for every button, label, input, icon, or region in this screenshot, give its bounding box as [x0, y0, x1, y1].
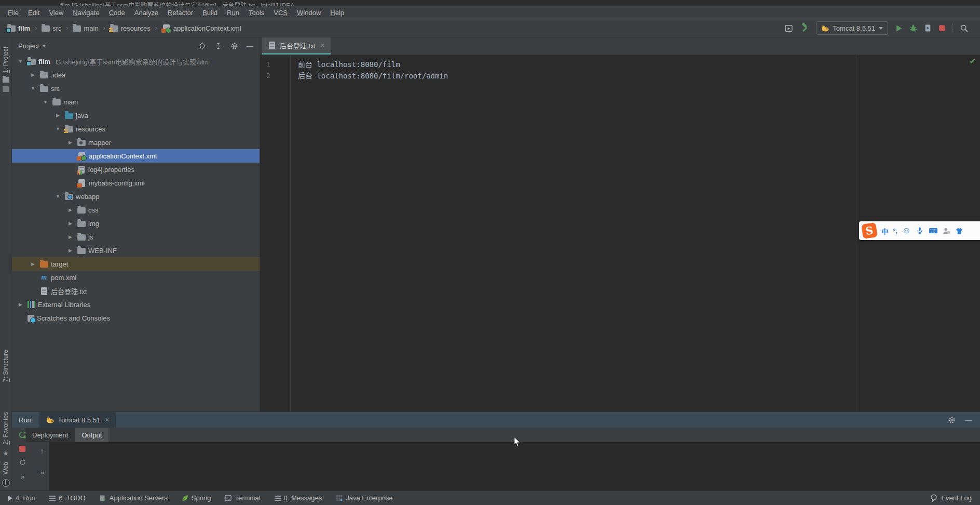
menu-refactor[interactable]: Refactor — [163, 9, 198, 17]
tree-item-scratches[interactable]: Scratches and Consoles — [12, 311, 260, 325]
close-icon[interactable]: × — [105, 416, 109, 424]
chevron-collapsed-icon[interactable] — [16, 302, 25, 307]
sogou-logo-icon[interactable]: S — [861, 222, 878, 239]
skin-shirt-icon[interactable] — [955, 227, 963, 235]
tree-item-pom-xml[interactable]: pom.xml — [12, 271, 260, 284]
chevron-collapsed-icon[interactable] — [66, 207, 75, 212]
menu-navigate[interactable]: Navigate — [68, 9, 104, 17]
tree-item-css[interactable]: css — [12, 203, 260, 217]
editor-tab-houtai-denglu[interactable]: 后台登陆.txt × — [262, 37, 331, 55]
statusbar-event-log[interactable]: Event Log — [930, 494, 972, 502]
run-configuration-select[interactable]: Tomcat 8.5.51 — [816, 21, 888, 35]
gear-icon[interactable] — [948, 416, 956, 424]
tool-button-project[interactable]: 1: Project — [2, 47, 9, 73]
search-everywhere-icon[interactable] — [960, 24, 969, 33]
up-arrow-icon[interactable]: ↑ — [40, 446, 44, 455]
menu-view[interactable]: View — [44, 9, 68, 17]
tree-item-java[interactable]: java — [12, 109, 260, 122]
chevron-expanded-icon[interactable] — [29, 86, 37, 91]
close-icon[interactable]: × — [320, 41, 324, 49]
chevron-expanded-icon[interactable] — [16, 59, 25, 64]
tool-button-favorites[interactable]: 2: Favorites — [2, 412, 9, 445]
chevron-expanded-icon[interactable] — [53, 126, 62, 131]
tree-item-src[interactable]: src — [12, 82, 260, 95]
restart-icon[interactable] — [19, 459, 26, 466]
chevron-expanded-icon[interactable] — [53, 194, 62, 199]
tree-item-js[interactable]: js — [12, 230, 260, 244]
tree-item-target[interactable]: target — [12, 257, 260, 271]
tool-window-icon[interactable] — [3, 86, 9, 92]
chevron-down-icon[interactable] — [42, 45, 46, 47]
hide-panel-icon[interactable]: — — [247, 42, 253, 50]
keyboard-icon[interactable] — [929, 227, 938, 234]
statusbar-application-servers[interactable]: Application Servers — [100, 494, 168, 502]
editor-code[interactable]: 前台 localhost:8080/film后台 localhost:8080/… — [291, 55, 448, 411]
menu-code[interactable]: Code — [104, 9, 130, 17]
statusbar-todo[interactable]: 6: TODO — [49, 494, 86, 502]
tree-item-webapp[interactable]: webapp — [12, 190, 260, 203]
inspections-ok-icon[interactable]: ✔ — [969, 57, 976, 66]
chevron-collapsed-icon[interactable] — [29, 261, 37, 267]
statusbar-terminal[interactable]: Terminal — [225, 494, 260, 502]
breadcrumb-film[interactable]: film — [6, 24, 31, 32]
menu-tools[interactable]: Tools — [244, 9, 269, 17]
tree-item-houtai-denglu-txt[interactable]: 后台登陆.txt — [12, 284, 260, 298]
menu-edit[interactable]: Edit — [23, 9, 44, 17]
statusbar-java-enterprise[interactable]: Java Enterprise — [336, 494, 392, 502]
breadcrumb-resources[interactable]: resources — [109, 24, 152, 32]
tree-item-log4j-properties[interactable]: log4j.properties — [12, 163, 260, 176]
tab-output[interactable]: Output — [75, 428, 108, 442]
statusbar-run[interactable]: 4: Run — [8, 494, 35, 502]
menu-build[interactable]: Build — [198, 9, 222, 17]
microphone-icon[interactable] — [916, 227, 924, 235]
tree-item-mybatis-config-xml[interactable]: mybatis-config.xml — [12, 176, 260, 190]
rerun-server-icon[interactable] — [18, 431, 26, 439]
menu-analyze[interactable]: Analyze — [130, 9, 163, 17]
tree-item-img[interactable]: img — [12, 217, 260, 230]
chevron-collapsed-icon[interactable] — [66, 248, 75, 253]
chevron-collapsed-icon[interactable] — [66, 221, 75, 226]
stop-server-icon[interactable] — [19, 446, 25, 452]
project-panel-title[interactable]: Project — [18, 42, 39, 50]
tool-button-structure[interactable]: 7: Structure — [2, 350, 9, 382]
tree-item-external-libraries[interactable]: External Libraries — [12, 298, 260, 311]
tree-item-web-inf[interactable]: WEB-INF — [12, 244, 260, 257]
debug-button[interactable] — [909, 24, 917, 32]
menu-file[interactable]: File — [3, 9, 23, 17]
chevron-collapsed-icon[interactable] — [53, 113, 62, 118]
ime-punctuation[interactable]: °, — [893, 227, 897, 235]
statusbar-messages[interactable]: 0: Messages — [275, 494, 322, 502]
tool-windows-icon[interactable] — [784, 24, 793, 33]
chevron-collapsed-icon[interactable] — [66, 140, 75, 145]
tree-item-idea[interactable]: .idea — [12, 68, 260, 82]
run-tab-tomcat[interactable]: Tomcat 8.5.51 × — [39, 412, 116, 428]
run-button[interactable] — [895, 24, 903, 32]
tree-item-film[interactable]: filmG:\shejiing\基于ssm电影购票系统的设计与实现\film — [12, 55, 260, 68]
chevron-collapsed-icon[interactable] — [29, 72, 37, 77]
menu-run[interactable]: Run — [222, 9, 244, 17]
stop-button[interactable] — [938, 24, 946, 32]
breadcrumb-main[interactable]: main — [72, 24, 99, 32]
tool-button-web[interactable]: Web — [2, 462, 9, 474]
tab-deployment[interactable]: Deployment — [25, 428, 75, 442]
locate-file-icon[interactable] — [198, 42, 206, 50]
menu-vcs[interactable]: VCS — [269, 9, 292, 17]
login-person-icon[interactable] — [943, 227, 950, 235]
gear-icon[interactable] — [230, 42, 238, 50]
chevron-collapsed-icon[interactable] — [66, 234, 75, 240]
menu-window[interactable]: Window — [292, 9, 325, 17]
build-hammer-icon[interactable] — [800, 23, 809, 33]
breadcrumb-file[interactable]: applicationContext.xml — [161, 24, 242, 32]
statusbar-spring[interactable]: Spring — [182, 494, 211, 502]
tree-item-mapper[interactable]: mapper — [12, 136, 260, 149]
more-actions-icon[interactable]: » — [40, 469, 44, 476]
hide-panel-icon[interactable]: — — [965, 416, 972, 424]
ime-chinese-mode[interactable]: 中 — [881, 226, 888, 236]
tree-item-main[interactable]: main — [12, 95, 260, 109]
emoji-icon[interactable]: ☺ — [902, 225, 911, 236]
breadcrumb-src[interactable]: src — [40, 24, 62, 32]
chevron-expanded-icon[interactable] — [41, 99, 50, 104]
tree-item-resources[interactable]: resources — [12, 122, 260, 136]
menu-help[interactable]: Help — [325, 9, 349, 17]
collapse-all-icon[interactable] — [214, 42, 222, 50]
